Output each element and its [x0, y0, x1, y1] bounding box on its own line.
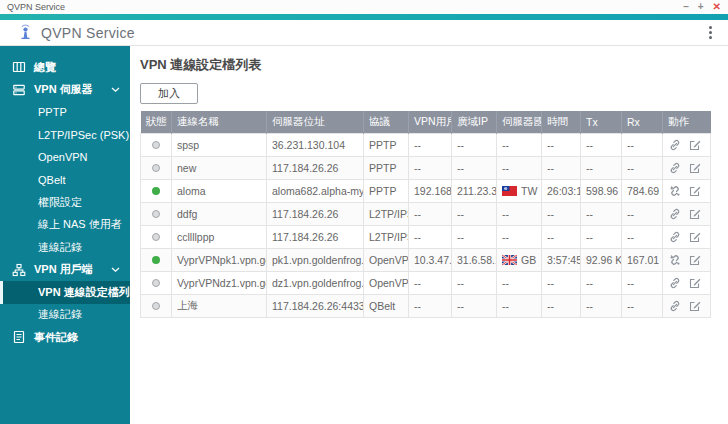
cell-vpn-user-ip: 10.3.47.150: [409, 249, 452, 272]
cell-server-address: pk1.vpn.goldenfrog.com:...: [267, 249, 364, 272]
sidebar-item-privilege-settings[interactable]: 權限設定: [0, 191, 130, 214]
column-header-8[interactable]: Tx: [581, 111, 622, 134]
table-row[interactable]: VyprVPNdz1.vpn.goldenf...dz1.vpn.goldenf…: [141, 272, 711, 295]
sidebar-item-pptp[interactable]: PPTP: [0, 101, 130, 124]
connect-icon[interactable]: [668, 299, 682, 313]
close-button[interactable]: ✕: [713, 2, 721, 12]
table-row[interactable]: spsp36.231.130.104PPTP------------: [141, 134, 711, 157]
cell-vpn-user-ip: --: [409, 272, 452, 295]
column-header-9[interactable]: Rx: [622, 111, 663, 134]
cell-connection-name: 上海: [172, 295, 267, 318]
connect-icon[interactable]: [668, 138, 682, 152]
sidebar-item-qbelt[interactable]: QBelt: [0, 169, 130, 192]
disconnect-icon[interactable]: [668, 184, 682, 198]
cell-tx: --: [581, 295, 622, 318]
chevron-down-icon[interactable]: [111, 267, 120, 273]
table-row[interactable]: ccllllppp117.184.26.26L2TP/IPSec--------…: [141, 226, 711, 249]
cell-time: --: [542, 226, 581, 249]
sidebar-item-vpn-client[interactable]: VPN 用戶端: [0, 259, 130, 282]
cell-server-country: TW: [497, 180, 542, 203]
cell-protocol: QBelt: [364, 295, 409, 318]
cell-wan-ip: --: [452, 157, 497, 180]
status-dot: [152, 164, 160, 172]
row-actions: [668, 276, 705, 290]
table-row[interactable]: ddfg117.184.26.26L2TP/IPSec------------: [141, 203, 711, 226]
sidebar-item-l2tp-ipsec-psk[interactable]: L2TP/IPSec (PSK): [0, 124, 130, 147]
connect-icon[interactable]: [668, 161, 682, 175]
edit-icon[interactable]: [688, 138, 702, 152]
delete-icon[interactable]: [708, 276, 711, 290]
page-title: VPN 連線設定檔列表: [140, 56, 728, 74]
column-header-7[interactable]: 時間: [542, 111, 581, 134]
column-header-6[interactable]: 伺服器國家: [497, 111, 542, 134]
delete-icon[interactable]: [708, 161, 711, 175]
cell-connection-name: VyprVPNdz1.vpn.goldenf...: [172, 272, 267, 295]
edit-icon[interactable]: [688, 253, 702, 267]
delete-icon[interactable]: [708, 207, 711, 221]
sidebar-item-server-connection-logs[interactable]: 連線記錄: [0, 236, 130, 259]
column-header-5[interactable]: 廣域IP: [452, 111, 497, 134]
delete-icon[interactable]: [708, 299, 711, 313]
column-header-3[interactable]: 協議: [364, 111, 409, 134]
disconnect-icon[interactable]: [668, 253, 682, 267]
row-actions: [668, 161, 705, 175]
column-header-2[interactable]: 伺服器位址: [267, 111, 364, 134]
delete-icon[interactable]: [708, 230, 711, 244]
delete-icon[interactable]: [708, 253, 711, 267]
connect-icon[interactable]: [668, 230, 682, 244]
sidebar-item-vpn-server[interactable]: VPN 伺服器: [0, 79, 130, 102]
delete-icon[interactable]: [708, 138, 711, 152]
column-header-1[interactable]: 連線名稱: [172, 111, 267, 134]
table-row[interactable]: VyprVPNpk1.vpn.goldenf...pk1.vpn.goldenf…: [141, 249, 711, 272]
column-header-4[interactable]: VPN用戶...: [409, 111, 452, 134]
cell-vpn-user-ip: --: [409, 134, 452, 157]
minimize-button[interactable]: –: [683, 2, 689, 12]
cell-wan-ip: --: [452, 203, 497, 226]
sidebar-item-label: PPTP: [38, 106, 67, 118]
cell-vpn-user-ip: --: [409, 295, 452, 318]
sidebar-item-overview[interactable]: 總覽: [0, 56, 130, 79]
table-row[interactable]: 上海117.184.26.26:4433QBelt------------: [141, 295, 711, 318]
status-dot: [152, 141, 160, 149]
sidebar-item-openvpn[interactable]: OpenVPN: [0, 146, 130, 169]
status-dot: [152, 187, 160, 195]
edit-icon[interactable]: [688, 161, 702, 175]
cell-rx: 167.01 KB: [622, 249, 663, 272]
sidebar-item-client-connection-logs[interactable]: 連線記錄: [0, 304, 130, 327]
table-row[interactable]: alomaaloma682.alpha-myqnap...PPTP192.168…: [141, 180, 711, 203]
table-row[interactable]: new117.184.26.26PPTP------------: [141, 157, 711, 180]
cell-server-address: 117.184.26.26:4433: [267, 295, 364, 318]
edit-icon[interactable]: [688, 230, 702, 244]
maximize-button[interactable]: +: [698, 2, 704, 12]
cell-rx: --: [622, 203, 663, 226]
column-header-10[interactable]: 動作: [663, 111, 711, 134]
qvpn-logo-icon: [17, 24, 34, 41]
cell-time: --: [542, 295, 581, 318]
cell-protocol: PPTP: [364, 157, 409, 180]
edit-icon[interactable]: [688, 299, 702, 313]
table-header-row: 狀態連線名稱伺服器位址協議VPN用戶...廣域IP伺服器國家時間TxRx動作: [141, 111, 711, 134]
main-panel: VPN 連線設定檔列表 加入 狀態連線名稱伺服器位址協議VPN用戶...廣域IP…: [130, 46, 728, 424]
status-dot: [152, 302, 160, 310]
cell-connection-name: ddfg: [172, 203, 267, 226]
delete-icon[interactable]: [708, 184, 711, 198]
connect-icon[interactable]: [668, 276, 682, 290]
add-button[interactable]: 加入: [140, 83, 198, 104]
sidebar-item-label: 總覽: [34, 60, 56, 75]
sidebar-item-label: 連線記錄: [38, 307, 82, 322]
kebab-menu-icon[interactable]: [703, 23, 718, 42]
column-header-0[interactable]: 狀態: [141, 111, 172, 134]
sidebar-item-event-logs[interactable]: 事件記錄: [0, 326, 130, 349]
edit-icon[interactable]: [688, 276, 702, 290]
sidebar-item-online-nas-users[interactable]: 線上 NAS 使用者: [0, 214, 130, 237]
connect-icon[interactable]: [668, 207, 682, 221]
edit-icon[interactable]: [688, 184, 702, 198]
sidebar-item-vpn-profile-list[interactable]: VPN 連線設定檔列表: [0, 281, 130, 304]
window-title: QVPN Service: [7, 2, 65, 12]
cell-connection-name: spsp: [172, 134, 267, 157]
cell-rx: --: [622, 226, 663, 249]
cell-connection-name: aloma: [172, 180, 267, 203]
cell-vpn-user-ip: --: [409, 157, 452, 180]
edit-icon[interactable]: [688, 207, 702, 221]
chevron-down-icon[interactable]: [111, 87, 120, 93]
